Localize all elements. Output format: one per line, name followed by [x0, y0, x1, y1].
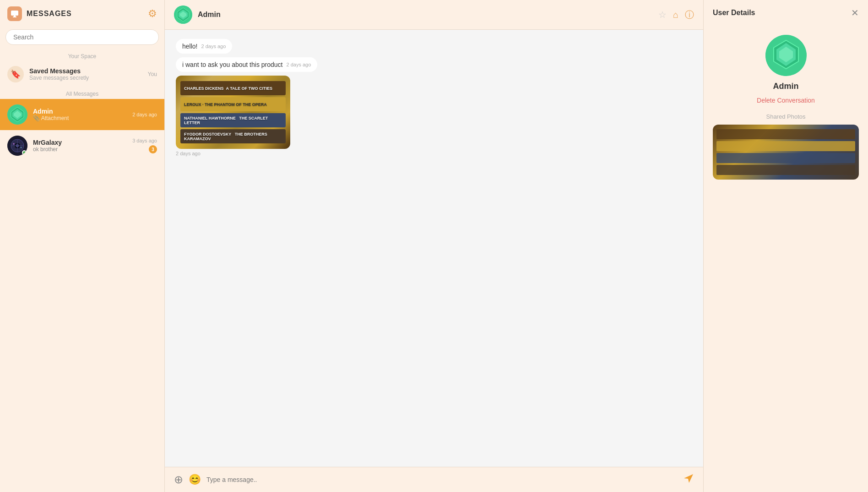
all-messages-label: All Messages [0, 87, 164, 99]
thumb-spine-4 [716, 165, 855, 175]
saved-messages-item[interactable]: 🔖 Saved Messages Save messages secretly … [0, 61, 164, 87]
message-row-1: hello! 2 days ago [176, 39, 692, 54]
unread-badge-mrgalaxy: 3 [149, 145, 157, 153]
conv-time-admin: 2 days ago [132, 112, 157, 117]
message-row-2: i want to ask you about this product 2 d… [176, 57, 692, 72]
attachment-time: 2 days ago [176, 151, 201, 156]
chat-header-icons: ☆ ⌂ ⓘ [658, 9, 694, 21]
chat-header: Admin ☆ ⌂ ⓘ [165, 0, 703, 30]
delete-conversation-button[interactable]: Delete Conversation [757, 97, 815, 104]
conv-preview-admin: 📎 Attachment [33, 115, 127, 121]
svg-rect-2 [14, 16, 16, 17]
conv-time-mrgalaxy: 3 days ago [132, 138, 157, 143]
app-title: MESSAGES [27, 10, 143, 18]
message-bubble-2: i want to ask you about this product 2 d… [176, 57, 317, 72]
chat-header-avatar [174, 5, 192, 24]
chat-input-area: ⊕ 😊 [165, 467, 703, 492]
your-space-label: Your Space [0, 50, 164, 61]
message-text-1: hello! [182, 43, 197, 50]
conv-info-mrgalaxy: MrGalaxy ok brother [33, 139, 127, 153]
saved-messages-you-label: You [148, 71, 157, 77]
message-input[interactable] [206, 476, 678, 483]
settings-icon[interactable]: ⚙ [148, 8, 157, 20]
user-details-name: Admin [773, 82, 799, 91]
saved-messages-title: Saved Messages [29, 67, 89, 75]
chat-messages: hello! 2 days ago i want to ask you abou… [165, 30, 703, 467]
book-spine-1: CHARLES DICKENS A TALE OF TWO CITIES [180, 81, 286, 95]
svg-rect-0 [11, 11, 18, 16]
sidebar: MESSAGES ⚙ Your Space 🔖 Saved Messages S… [0, 0, 165, 492]
shared-photos-title: Shared Photos [713, 113, 859, 120]
saved-messages-subtitle: Save messages secretly [29, 75, 89, 81]
add-icon[interactable]: ⊕ [174, 473, 183, 486]
thumb-spine-1 [716, 129, 855, 139]
chat-header-name: Admin [198, 11, 653, 19]
avatar-admin [7, 104, 27, 125]
shared-photo-thumbnail[interactable] [713, 125, 859, 180]
online-indicator [22, 150, 27, 155]
conv-name-mrgalaxy: MrGalaxy [33, 139, 127, 146]
star-icon[interactable]: ☆ [658, 9, 667, 20]
user-details-profile: Admin Delete Conversation [704, 26, 868, 113]
emoji-icon[interactable]: 😊 [189, 474, 201, 486]
conv-meta-admin: 2 days ago [132, 112, 157, 117]
book-image[interactable]: CHARLES DICKENS A TALE OF TWO CITIES LER… [176, 76, 290, 149]
user-details-panel: User Details ✕ Admin Delete Conversation… [703, 0, 868, 492]
message-bubble-1: hello! 2 days ago [176, 39, 232, 54]
sidebar-header: MESSAGES ⚙ [0, 0, 164, 27]
user-details-title: User Details [713, 9, 755, 17]
thumb-spine-2 [716, 141, 855, 151]
send-icon[interactable] [683, 473, 694, 487]
app-icon [7, 6, 22, 21]
svg-point-14 [21, 147, 22, 148]
attachment-icon: 📎 [33, 115, 40, 121]
thumb-spine-3 [716, 153, 855, 163]
conv-preview-mrgalaxy: ok brother [33, 146, 127, 153]
home-icon[interactable]: ⌂ [673, 10, 678, 20]
conv-info-admin: Admin 📎 Attachment [33, 108, 127, 121]
info-icon[interactable]: ⓘ [685, 9, 694, 21]
conv-name-admin: Admin [33, 108, 127, 115]
bookmark-icon: 🔖 [7, 66, 24, 82]
message-row-3: CHARLES DICKENS A TALE OF TWO CITIES LER… [176, 76, 692, 156]
conversation-item-admin[interactable]: Admin 📎 Attachment 2 days ago [0, 99, 164, 130]
user-details-header: User Details ✕ [704, 0, 868, 26]
saved-messages-text: Saved Messages Save messages secretly [29, 67, 89, 81]
conv-meta-mrgalaxy: 3 days ago 3 [132, 138, 157, 153]
message-time-2: 2 days ago [286, 62, 311, 67]
book-spine-2: LEROUX · THE PHANTOM OF THE OPERA [180, 97, 286, 111]
book-spine-3: NATHANIEL HAWTHORNE THE SCARLET LETTER [180, 113, 286, 127]
search-bar[interactable] [5, 29, 159, 45]
search-input[interactable] [13, 33, 151, 41]
book-spine-4: FYODOR DOSTOEVSKY THE BROTHERS KARAMAZOV [180, 129, 286, 143]
user-details-avatar [765, 35, 807, 76]
chat-area: Admin ☆ ⌂ ⓘ hello! 2 days ago i want to … [165, 0, 703, 492]
shared-photos-section: Shared Photos [704, 113, 868, 180]
close-icon[interactable]: ✕ [851, 7, 859, 18]
conversation-item-mrgalaxy[interactable]: MrGalaxy ok brother 3 days ago 3 [0, 130, 164, 161]
avatar-mrgalaxy [7, 136, 27, 156]
message-time-1: 2 days ago [201, 44, 226, 49]
message-text-2: i want to ask you about this product [182, 61, 282, 68]
svg-point-13 [13, 143, 15, 145]
